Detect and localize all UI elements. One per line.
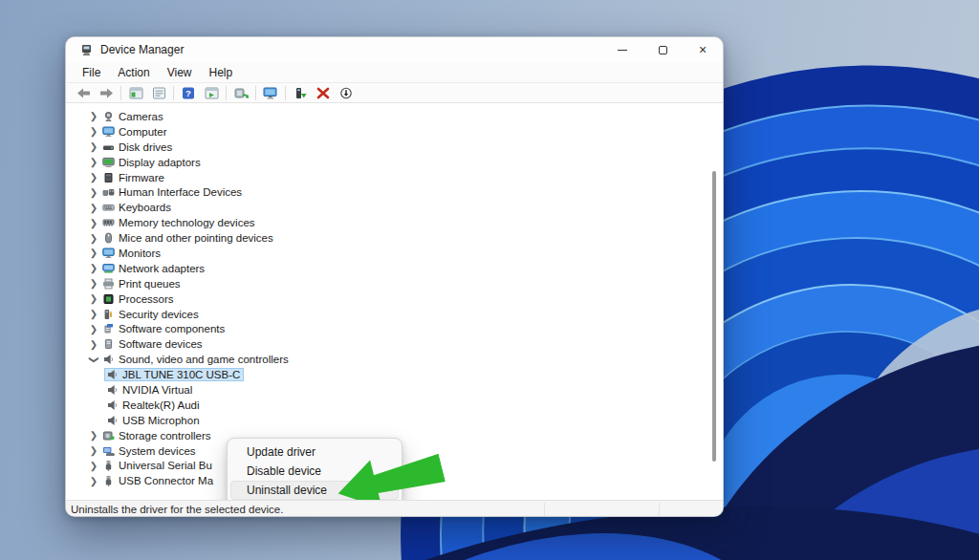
tree-item-target[interactable]: Disk drives (100, 140, 176, 154)
forward-toolbar-button[interactable] (95, 84, 118, 102)
context-menu-item-update-driver[interactable]: Update driver (230, 442, 399, 462)
properties-panel-toolbar-button[interactable] (147, 84, 170, 102)
context-menu: Update driverDisable deviceUninstall dev… (227, 438, 402, 500)
maximize-button[interactable] (642, 37, 683, 62)
uninstall-device-button[interactable] (312, 84, 335, 102)
tree-item-memory-technology-devices[interactable]: ❯Memory technology devices (66, 215, 723, 230)
export-list-toolbar-button[interactable] (200, 84, 223, 102)
context-menu-item-uninstall-device[interactable]: Uninstall device (230, 481, 399, 500)
help-toolbar-button[interactable]: ? (177, 84, 200, 102)
chevron-right-icon[interactable]: ❯ (87, 461, 100, 471)
tree-item-human-interface-devices[interactable]: ❯Human Interface Devices (66, 184, 723, 200)
tree-item-firmware[interactable]: ❯Firmware (66, 170, 723, 185)
tree-item-label: Keyboards (119, 202, 171, 213)
window-controls: × (602, 37, 723, 62)
tree-item-target[interactable]: Computer (100, 125, 171, 139)
tree-item-target[interactable]: Sound, video and game controllers (100, 353, 293, 366)
tree-item-target[interactable]: Security devices (100, 308, 203, 321)
tree-item-jbl-tune-310c-usb-c[interactable]: JBL TUNE 310C USB-C (66, 367, 723, 382)
close-button[interactable]: × (683, 37, 723, 62)
menu-action[interactable]: Action (109, 63, 158, 82)
tree-item-target[interactable]: Monitors (100, 247, 164, 260)
system-icon (102, 445, 115, 457)
tree-item-target[interactable]: Mice and other pointing devices (100, 231, 277, 245)
tree-item-label: Security devices (119, 309, 199, 320)
tree-item-label: Display adaptors (119, 157, 201, 168)
chevron-down-icon[interactable]: ❯ (89, 353, 99, 366)
tree-item-label: Storage controllers (119, 430, 211, 442)
tree-item-target[interactable]: Cameras (100, 110, 167, 123)
chevron-right-icon[interactable]: ❯ (87, 293, 100, 304)
chevron-right-icon[interactable]: ❯ (87, 233, 100, 244)
tree-item-target[interactable]: Realtek(R) Audi (104, 398, 204, 412)
tree-item-target[interactable]: Network adapters (100, 262, 208, 275)
tree-item-target[interactable]: Memory technology devices (100, 216, 259, 229)
tree-item-computer[interactable]: ❯Computer (66, 124, 723, 140)
tree-item-target[interactable]: Print queues (100, 277, 185, 291)
tree-item-monitors[interactable]: ❯Monitors (66, 246, 723, 261)
remote-desktop-toolbar-button[interactable] (259, 84, 282, 102)
vertical-scrollbar[interactable] (712, 171, 716, 462)
chevron-right-icon[interactable]: ❯ (87, 263, 100, 273)
tree-item-nvidia-virtual[interactable]: NVIDIA Virtual (66, 382, 723, 398)
tree-item-target[interactable]: Processors (100, 292, 178, 306)
tree-item-target[interactable]: Firmware (100, 171, 168, 184)
tree-item-target[interactable]: Human Interface Devices (100, 185, 246, 199)
tree-item-target[interactable]: Storage controllers (100, 429, 215, 442)
chevron-right-icon[interactable]: ❯ (87, 126, 100, 137)
disable-device-button[interactable] (335, 84, 358, 102)
tree-item-network-adapters[interactable]: ❯Network adapters (66, 261, 723, 276)
tree-item-print-queues[interactable]: ❯Print queues (66, 276, 723, 291)
tree-item-target[interactable]: Software components (100, 322, 228, 335)
tree-item-software-components[interactable]: ❯Software components (66, 321, 723, 336)
tree-item-keyboards[interactable]: ❯Keyboards (66, 200, 723, 215)
tree-item-target[interactable]: Universal Serial Bu (100, 459, 216, 472)
chevron-right-icon[interactable]: ❯ (87, 339, 100, 350)
tree-item-target[interactable]: USB Microphon (104, 414, 204, 427)
chevron-right-icon[interactable]: ❯ (87, 278, 100, 289)
chevron-right-icon[interactable]: ❯ (87, 248, 100, 258)
window-title: Device Manager (100, 43, 184, 56)
tree-item-target[interactable]: System devices (100, 444, 200, 458)
chevron-right-icon[interactable]: ❯ (87, 172, 100, 183)
console-tree-toolbar-button[interactable] (124, 84, 147, 102)
tree-item-mice-and-other-pointing-devices[interactable]: ❯Mice and other pointing devices (66, 230, 723, 246)
chevron-right-icon[interactable]: ❯ (87, 111, 100, 121)
tree-item-disk-drives[interactable]: ❯Disk drives (66, 140, 723, 155)
tree-item-usb-microphon[interactable]: USB Microphon (66, 413, 723, 428)
minimize-button[interactable] (602, 37, 642, 62)
tree-item-display-adaptors[interactable]: ❯Display adaptors (66, 155, 723, 170)
chevron-right-icon[interactable]: ❯ (87, 430, 100, 441)
tree-item-target[interactable]: NVIDIA Virtual (104, 383, 196, 397)
tree-item-realtek-r-audi[interactable]: Realtek(R) Audi (66, 398, 723, 413)
update-driver-button[interactable] (289, 84, 312, 102)
back-toolbar-button[interactable] (72, 84, 95, 102)
menu-file[interactable]: File (74, 63, 109, 82)
tree-item-software-devices[interactable]: ❯Software devices (66, 336, 723, 352)
tree-item-cameras[interactable]: ❯Cameras (66, 109, 723, 124)
update-driver-icon (294, 87, 307, 99)
chevron-right-icon[interactable]: ❯ (87, 157, 100, 167)
scan-hardware-toolbar-button[interactable] (229, 84, 252, 102)
chevron-right-icon[interactable]: ❯ (87, 324, 100, 334)
tree-item-target[interactable]: USB Connector Ma (100, 474, 217, 487)
tree-item-security-devices[interactable]: ❯Security devices (66, 307, 723, 322)
tree-item-processors[interactable]: ❯Processors (66, 291, 723, 307)
tree-item-label: Network adapters (119, 263, 205, 274)
tree-item-target[interactable]: Display adaptors (100, 156, 205, 169)
chevron-right-icon[interactable]: ❯ (87, 476, 100, 486)
tree-item-target[interactable]: JBL TUNE 310C USB-C (104, 368, 244, 381)
menu-help[interactable]: Help (201, 63, 242, 82)
tree-item-target[interactable]: Software devices (100, 337, 207, 351)
context-menu-item-disable-device[interactable]: Disable device (230, 462, 399, 481)
chevron-right-icon[interactable]: ❯ (87, 141, 100, 152)
tree-item-sound-video-and-game-controllers[interactable]: ❯Sound, video and game controllers (66, 352, 723, 367)
chevron-right-icon[interactable]: ❯ (87, 445, 100, 456)
chevron-right-icon[interactable]: ❯ (87, 187, 100, 198)
tree-item-target[interactable]: Keyboards (100, 201, 175, 214)
chevron-right-icon[interactable]: ❯ (87, 203, 100, 213)
chevron-right-icon[interactable]: ❯ (87, 309, 100, 319)
tree-item-label: NVIDIA Virtual (122, 384, 192, 396)
menu-view[interactable]: View (159, 63, 201, 82)
chevron-right-icon[interactable]: ❯ (87, 218, 100, 228)
